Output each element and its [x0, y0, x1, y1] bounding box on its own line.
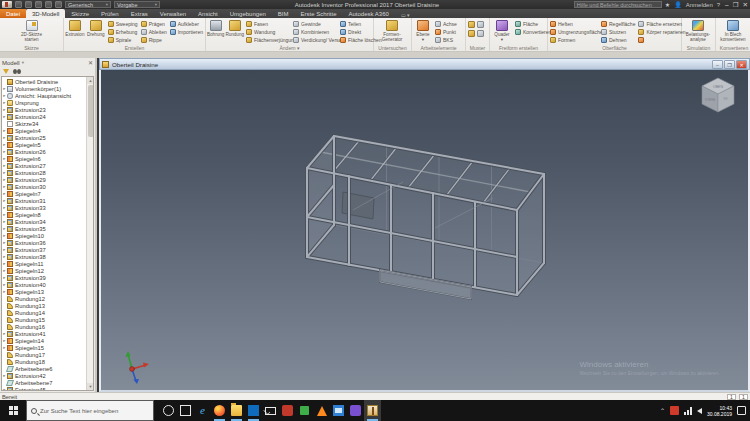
- signin-button[interactable]: Anmelden: [686, 2, 713, 8]
- rectangular-pattern-icon[interactable]: [468, 21, 475, 28]
- belastungsanalyse-button[interactable]: Belastungs- analyse: [683, 19, 713, 45]
- save-icon[interactable]: [25, 1, 32, 8]
- network-icon[interactable]: [684, 407, 692, 415]
- tree-item[interactable]: Rundung12: [2, 295, 86, 302]
- verdickung-versatz-button[interactable]: Verdickung/ Versatz: [293, 36, 337, 44]
- tab-ansicht[interactable]: Ansicht: [192, 9, 224, 18]
- taskbar-app-green-app[interactable]: [296, 400, 313, 421]
- bohrung-button[interactable]: Bohrung: [207, 19, 224, 45]
- tree-item[interactable]: ▸Ursprung: [2, 99, 86, 106]
- tree-item[interactable]: ▸Extrusion40: [2, 281, 86, 288]
- tab-pruefen[interactable]: Prüfen: [95, 9, 125, 18]
- dehnen-button[interactable]: Dehnen: [601, 36, 635, 44]
- tab-autodesk-a360[interactable]: Autodesk A360: [343, 9, 395, 18]
- freiform-konvertieren-button[interactable]: Konvertieren: [515, 28, 545, 36]
- taskbar-app-cortana[interactable]: [160, 400, 177, 421]
- undo-icon[interactable]: [35, 1, 42, 8]
- tree-item[interactable]: ▸Extrusion35: [2, 225, 86, 232]
- chevron-down-icon[interactable]: ▾: [22, 60, 24, 65]
- quader-button[interactable]: Quader ▾: [491, 19, 513, 45]
- tree-item[interactable]: ▸Ansicht: Hauptansicht: [2, 92, 86, 99]
- extrusion-button[interactable]: Extrusion: [65, 19, 85, 45]
- taskbar-app-ie[interactable]: e: [194, 400, 211, 421]
- tree-item[interactable]: ▸Extrusion39: [2, 274, 86, 281]
- ableiten-button[interactable]: Ableiten: [141, 28, 167, 36]
- tree-item[interactable]: ▸Extrusion30: [2, 183, 86, 190]
- tree-item[interactable]: ▸Spiegeln8: [2, 211, 86, 218]
- tree-item[interactable]: ▸Extrusion24: [2, 113, 86, 120]
- tab-erste-schritte[interactable]: Erste Schritte: [294, 9, 342, 18]
- circular-pattern-icon[interactable]: [468, 30, 475, 37]
- minimize-button[interactable]: –: [723, 1, 731, 8]
- direkt-button[interactable]: Direkt: [340, 28, 374, 36]
- kombinieren-button[interactable]: Kombinieren: [293, 28, 337, 36]
- tree-item[interactable]: ▸Spiegeln11: [2, 260, 86, 267]
- regelflaeche-button[interactable]: Regelfläche: [601, 20, 635, 28]
- 3d-viewport[interactable]: OBEN VORNE RE.: [99, 70, 750, 392]
- tree-item[interactable]: ▸Extrusion31: [2, 197, 86, 204]
- tree-item[interactable]: Skizze34: [2, 120, 86, 127]
- drehung-button[interactable]: Drehung: [86, 19, 106, 45]
- tree-item[interactable]: ▸Extrusion29: [2, 176, 86, 183]
- taskbar-app-photos[interactable]: [330, 400, 347, 421]
- tree-item[interactable]: Oberteil Draisine: [2, 78, 86, 85]
- formen-button[interactable]: Formen: [550, 36, 598, 44]
- tree-item[interactable]: ▸Extrusion42: [2, 372, 86, 379]
- punkt-button[interactable]: Punkt: [435, 28, 461, 36]
- help-icon[interactable]: ?: [717, 2, 720, 8]
- start-button[interactable]: [0, 400, 26, 421]
- doc-restore-button[interactable]: ❐: [724, 60, 735, 69]
- volume-icon[interactable]: [697, 408, 702, 414]
- bks-button[interactable]: BKS: [435, 36, 461, 44]
- tree-item[interactable]: ▸Extrusion37: [2, 246, 86, 253]
- teilen-button[interactable]: Teilen: [340, 20, 374, 28]
- tab-bim[interactable]: BIM: [272, 9, 295, 18]
- tree-item[interactable]: Arbeitsebene6: [2, 365, 86, 372]
- spirale-button[interactable]: Spirale: [108, 36, 138, 44]
- scroll-up-icon[interactable]: ▲: [87, 77, 94, 84]
- taskbar-app-red-app[interactable]: [279, 400, 296, 421]
- tab-3d-modell[interactable]: 3D-Modell: [26, 9, 65, 18]
- tab-skizze[interactable]: Skizze: [65, 9, 95, 18]
- aufkleber-button[interactable]: Aufkleber: [170, 20, 203, 28]
- browser-scrollbar[interactable]: ▲ ▼: [86, 77, 93, 390]
- filter-icon[interactable]: [3, 69, 9, 74]
- achse-button[interactable]: Achse: [435, 20, 461, 28]
- ebene-button[interactable]: Ebene ▾: [413, 19, 433, 45]
- gewinde-button[interactable]: Gewinde: [293, 20, 337, 28]
- taskbar-app-store[interactable]: [245, 400, 262, 421]
- tree-item[interactable]: ▸Spiegeln4: [2, 127, 86, 134]
- mirror-pattern-icon[interactable]: [477, 21, 484, 28]
- heften-button[interactable]: Heften: [550, 20, 598, 28]
- tree-item[interactable]: ▸Spiegeln12: [2, 267, 86, 274]
- taskbar-app-explorer[interactable]: [228, 400, 245, 421]
- new-icon[interactable]: [15, 1, 22, 8]
- taskbar-search-input[interactable]: Zur Suche Text hier eingeben: [26, 400, 154, 421]
- model-canvas[interactable]: OBEN VORNE RE.: [101, 70, 750, 392]
- tree-item[interactable]: Rundung13: [2, 302, 86, 309]
- taskbar-app-firefox[interactable]: [211, 400, 228, 421]
- taskbar-app-vlc[interactable]: [313, 400, 330, 421]
- taskbar-app-media-app[interactable]: [347, 400, 364, 421]
- tree-item[interactable]: ▸Spiegeln5: [2, 141, 86, 148]
- tree-item[interactable]: ▸Extrusion38: [2, 253, 86, 260]
- tree-item[interactable]: ▸Spiegeln14: [2, 337, 86, 344]
- tree-item[interactable]: ▸Spiegeln15: [2, 344, 86, 351]
- tree-item[interactable]: ▸Extrusion36: [2, 239, 86, 246]
- flaeche-ersetzen-button[interactable]: Fläche ersetzen: [638, 20, 680, 28]
- tree-item[interactable]: ▸Extrusion26: [2, 148, 86, 155]
- tab-datei[interactable]: Datei: [0, 9, 26, 18]
- tree-item[interactable]: ▸Extrusion28: [2, 169, 86, 176]
- scroll-down-icon[interactable]: ▼: [87, 383, 94, 390]
- tree-item[interactable]: Rundung16: [2, 323, 86, 330]
- tree-item[interactable]: ▸Spiegeln10: [2, 232, 86, 239]
- tree-item[interactable]: ▸Extrusion25: [2, 134, 86, 141]
- appearance-select[interactable]: Vorgabe ▾: [114, 1, 160, 8]
- document-title-bar[interactable]: Oberteil Draisine – ❐ ✕: [99, 58, 750, 70]
- taskbar-app-task-view[interactable]: [177, 400, 194, 421]
- close-button[interactable]: ✕: [741, 1, 750, 8]
- taskbar-app-mail[interactable]: [262, 400, 279, 421]
- flaechenverjuengung-button[interactable]: Flächenverjüngung: [246, 36, 290, 44]
- tree-item[interactable]: Rundung17: [2, 351, 86, 358]
- taskbar-app-inventor[interactable]: [364, 400, 381, 421]
